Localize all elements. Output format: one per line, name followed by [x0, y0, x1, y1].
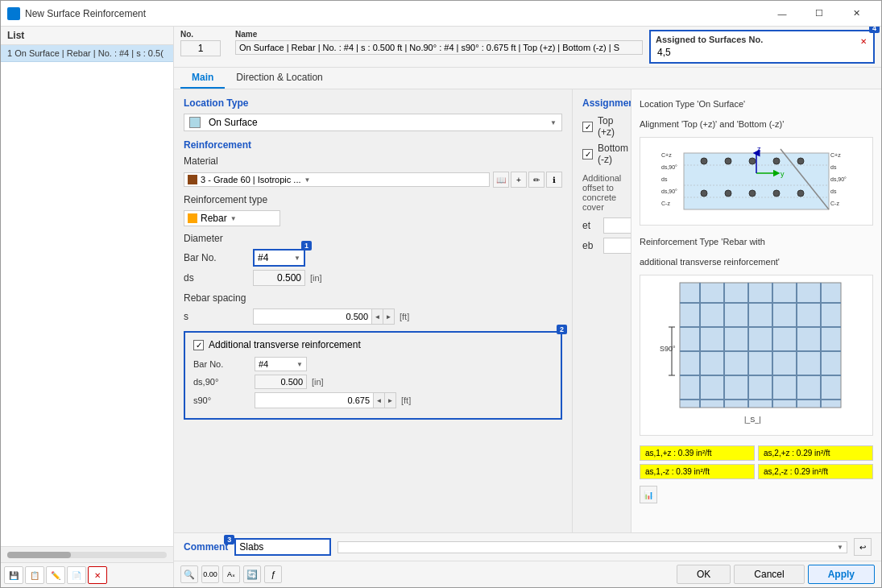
diameter-label-row: Diameter: [184, 233, 562, 244]
right-area: No. Name 4 Assigned to Surfaces No. ✕: [174, 27, 881, 587]
result-as2mz: as,2,-z : 0.29 in²/ft: [758, 464, 873, 479]
maximize-button[interactable]: ☐: [801, 2, 838, 26]
atr-ds90-label: ds,90°: [193, 377, 250, 387]
tabs: Main Direction & Location: [174, 68, 881, 89]
assigned-badge: 4: [869, 27, 880, 33]
material-color: [188, 175, 197, 184]
material-chevron: ▼: [304, 176, 311, 184]
atr-s90-spinner[interactable]: ◄ ►: [255, 392, 396, 408]
no-input[interactable]: [180, 40, 221, 56]
info-text-1: Location Type 'On Surface': [640, 97, 873, 111]
spacing-down-arrow[interactable]: ◄: [371, 309, 383, 324]
name-input[interactable]: [235, 40, 643, 55]
save-button[interactable]: 💾: [4, 566, 23, 584]
svg-point-7: [773, 158, 780, 164]
clear-assigned-button[interactable]: ✕: [857, 35, 870, 48]
tab-main[interactable]: Main: [180, 68, 225, 89]
et-spinner[interactable]: ◄ ►: [603, 217, 631, 234]
list-scrollbar[interactable]: [1, 546, 173, 562]
svg-text:C-z: C-z: [830, 201, 839, 206]
comment-dropdown[interactable]: ▼: [337, 541, 847, 553]
delete-button[interactable]: ✕: [88, 566, 107, 584]
svg-text:ds: ds: [830, 164, 837, 170]
spacing-spinner[interactable]: ◄ ►: [253, 308, 395, 325]
svg-text:ds,90°: ds,90°: [661, 164, 677, 170]
location-type-chevron: ▼: [550, 119, 557, 126]
rebar-type-value: Rebar: [201, 213, 227, 224]
list-panel: List 1 On Surface | Rebar | No. : #4 | s…: [1, 27, 174, 587]
s-label: s: [184, 311, 248, 322]
apply-button[interactable]: Apply: [808, 565, 875, 584]
svg-text:ds: ds: [830, 188, 837, 194]
svg-point-12: [773, 190, 780, 197]
svg-text:C-z: C-z: [661, 201, 670, 206]
value-icon-button[interactable]: 0.00: [201, 565, 219, 583]
function-icon-button[interactable]: ƒ: [264, 565, 282, 583]
copy-button[interactable]: 📋: [25, 566, 44, 584]
list-item[interactable]: 1 On Surface | Rebar | No. : #4 | s : 0.…: [1, 45, 173, 62]
atr-ds90-input[interactable]: [255, 375, 307, 389]
svg-point-5: [725, 158, 731, 164]
tab-direction-location[interactable]: Direction & Location: [225, 68, 333, 89]
result-as1pz: as,1,+z : 0.39 in²/ft: [640, 445, 755, 461]
scroll-track[interactable]: [7, 552, 167, 558]
cancel-button[interactable]: Cancel: [734, 565, 804, 584]
ds-unit: [in]: [310, 273, 322, 283]
ok-button[interactable]: OK: [677, 565, 731, 584]
assigned-input-row: ✕: [656, 46, 868, 59]
comment-input[interactable]: Slabs: [234, 538, 331, 556]
material-add-icon[interactable]: +: [511, 172, 527, 188]
close-button[interactable]: ✕: [838, 2, 875, 26]
bar-no-chevron: ▼: [294, 255, 300, 262]
eb-spinner[interactable]: ◄ ►: [603, 238, 631, 254]
results-grid: as,1,+z : 0.39 in²/ft as,2,+z : 0.29 in²…: [640, 445, 873, 479]
material-input-row: 3 - Grade 60 | Isotropic ... ▼ 📖 + ✏ ℹ: [184, 172, 562, 188]
top-checkbox[interactable]: ✓: [582, 122, 593, 132]
ds-input[interactable]: [253, 270, 305, 286]
atr-bar-no-value: #4: [259, 359, 268, 369]
result-as1pz-label: as,1,+z :: [645, 449, 678, 458]
material-info-icon[interactable]: ℹ: [546, 172, 562, 188]
et-value[interactable]: [604, 219, 631, 232]
title-bar: New Surface Reinforcement — ☐ ✕: [1, 1, 881, 27]
svg-text:C+z: C+z: [661, 152, 672, 158]
spacing-value[interactable]: [254, 310, 371, 323]
bar-no-select[interactable]: #4 ▼: [253, 249, 305, 267]
assigned-input[interactable]: [656, 46, 868, 59]
atr-bar-no-select[interactable]: #4 ▼: [255, 357, 307, 371]
material-edit-icon[interactable]: ✏: [528, 172, 545, 188]
text-icon-button[interactable]: Aₓ: [222, 565, 240, 583]
svg-text:ds: ds: [661, 176, 668, 182]
atr-s90-value[interactable]: [255, 394, 373, 407]
header-row: No. Name 4 Assigned to Surfaces No. ✕: [174, 27, 881, 68]
atr-s90-up[interactable]: ►: [384, 393, 395, 408]
search-icon-button[interactable]: 🔍: [180, 565, 198, 583]
rebar-type-select[interactable]: Rebar ▼: [184, 210, 280, 226]
top-diagram: y z C+z ds,90° ds ds,90° C-z C+z ds ds,9…: [640, 137, 873, 226]
result-as1mz-label: as,1,-z :: [645, 467, 676, 476]
result-as2mz-label: as,2,-z :: [764, 467, 794, 476]
comment-action-button[interactable]: ↩: [854, 538, 872, 556]
atr-s90-down[interactable]: ◄: [373, 393, 384, 408]
minimize-button[interactable]: —: [764, 2, 801, 26]
location-type-select[interactable]: On Surface ▼: [184, 114, 562, 131]
svg-text:|_S_|: |_S_|: [744, 416, 761, 424]
edit-button[interactable]: ✏️: [46, 566, 65, 584]
number-field: No.: [180, 30, 229, 64]
result-as1mz: as,1,-z : 0.39 in²/ft: [640, 464, 755, 479]
result-as1mz-value: 0.39 in²/ft: [676, 467, 710, 476]
material-book-icon[interactable]: 📖: [493, 172, 509, 188]
bottom-checkbox[interactable]: ✓: [582, 149, 593, 159]
spacing-up-arrow[interactable]: ►: [383, 309, 394, 324]
info-text-4: additional transverse reinforcement': [640, 255, 873, 269]
assignment-label: Assignment: [582, 97, 621, 109]
ds-row: ds [in]: [184, 270, 562, 286]
view-icon-button[interactable]: 🔄: [243, 565, 261, 583]
material-select[interactable]: 3 - Grade 60 | Isotropic ... ▼: [184, 172, 490, 187]
atr-checkbox[interactable]: ✓: [193, 340, 204, 350]
atr-badge: 2: [557, 325, 567, 334]
svg-text:C+z: C+z: [830, 152, 841, 158]
properties-button[interactable]: 📄: [67, 566, 86, 584]
result-chart-icon[interactable]: 📊: [640, 486, 657, 503]
eb-value[interactable]: [604, 239, 631, 252]
